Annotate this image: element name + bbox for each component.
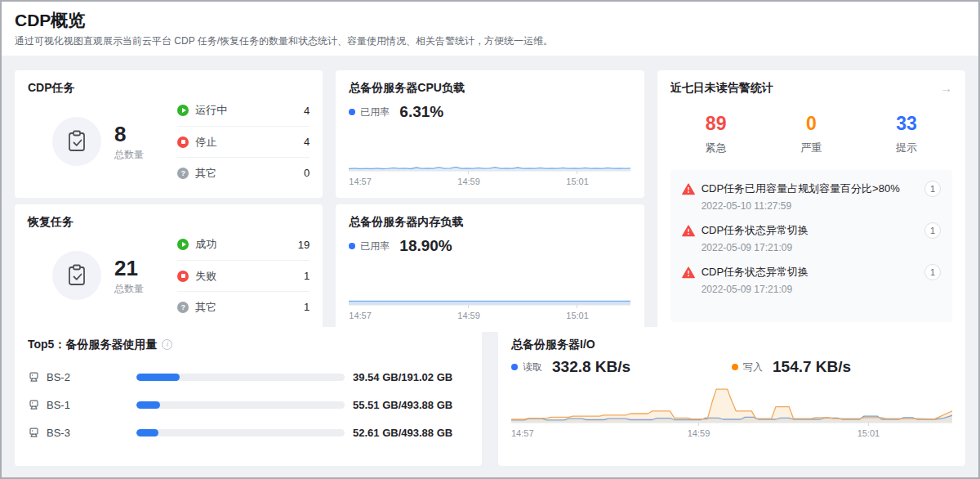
usage-rate-value: 6.31%: [399, 103, 443, 121]
card-cpu-load: 总备份服务器CPU负载 已用率 6.31% 14:57 14:59 15:01: [336, 70, 644, 198]
x-axis-label: 14:57: [349, 177, 372, 186]
usage-bar-track: [136, 429, 345, 436]
card-title: 近七日未读告警统计: [670, 80, 773, 95]
alert-title: CDP任务状态异常切换: [702, 223, 808, 238]
usage-bar-track: [136, 401, 345, 409]
total-count: 8: [114, 122, 144, 146]
failed-icon: [177, 271, 189, 282]
page-subtitle: 通过可视化视图直观展示当前云平台 CDP 任务/恢复任务的数量和状态统计、容量使…: [15, 34, 965, 48]
critical-count: 89: [692, 113, 741, 134]
status-label: 失败: [195, 269, 216, 284]
io-x-axis: 14:57 14:59 15:01: [511, 428, 952, 440]
io-write-legend: 写入 154.7 KB/s: [732, 358, 952, 376]
card-title: 总备份服务器I/O: [511, 337, 952, 351]
success-icon: [177, 239, 189, 250]
notice-label: 提示: [882, 141, 931, 155]
status-row-stopped: 停止 4: [177, 126, 310, 157]
card-title: 总备份服务器CPU负载: [349, 80, 630, 95]
status-row-other: 其它 1: [177, 291, 310, 322]
usage-value: 52.61 GB/493.88 GB: [353, 427, 469, 439]
severe-count: 0: [786, 113, 835, 134]
memory-x-axis: 14:57 14:59 15:01: [349, 311, 630, 322]
stopped-icon: [177, 137, 189, 148]
clipboard-icon: [52, 117, 101, 166]
alert-item[interactable]: CDP任务已用容量占规划容量百分比>80% 1 2022-05-10 11:27…: [682, 181, 941, 212]
status-value: 1: [304, 270, 310, 282]
status-row-running: 运行中 4: [177, 95, 310, 126]
alarm-stat-severe: 0 严重: [786, 113, 835, 155]
x-axis-label: 15:01: [858, 428, 880, 438]
alert-timestamp: 2022-05-10 11:27:59: [702, 200, 941, 212]
card-title: 总备份服务器内存负载: [349, 214, 630, 229]
total-label: 总数量: [114, 282, 144, 296]
total-label: 总数量: [114, 148, 144, 162]
usage-rate-label: 已用率: [360, 239, 390, 253]
card-title: Top5：备份服务器使用量: [28, 337, 157, 351]
card-cdp-tasks: CDP任务 8: [15, 70, 323, 198]
critical-label: 紧急: [692, 141, 741, 155]
io-legend: 读取 332.8 KB/s 写入 154.7 KB/s: [511, 358, 952, 376]
cdp-overview-page: CDP概览 通过可视化视图直观展示当前云平台 CDP 任务/恢复任务的数量和状态…: [0, 0, 980, 479]
server-name: BS-2: [47, 371, 136, 383]
x-axis-label: 15:01: [566, 311, 589, 320]
status-label: 运行中: [195, 103, 227, 118]
status-row-failed: 失败 1: [177, 260, 310, 291]
legend-dot: [511, 364, 518, 370]
total-count: 21: [114, 256, 144, 280]
server-icon: [28, 371, 40, 383]
x-axis-label: 14:59: [457, 177, 480, 186]
notice-count: 33: [882, 113, 931, 134]
card-recovery-tasks: 恢复任务 21: [15, 204, 323, 332]
card-title: CDP任务: [28, 80, 310, 95]
info-icon[interactable]: [162, 339, 172, 350]
usage-bar-fill: [136, 401, 160, 409]
server-usage-row: BS-3 52.61 GB/493.88 GB: [28, 419, 469, 446]
question-icon: [177, 302, 189, 313]
arrow-right-icon[interactable]: [940, 82, 952, 94]
status-value: 0: [304, 167, 310, 179]
x-axis-label: 14:59: [457, 311, 480, 320]
status-value: 19: [298, 239, 310, 251]
memory-chart: [349, 270, 630, 309]
alarm-stat-notice: 33 提示: [882, 113, 931, 155]
status-label: 停止: [195, 135, 216, 150]
status-label: 成功: [195, 237, 216, 252]
x-axis-label: 15:01: [566, 177, 589, 186]
alert-item[interactable]: CDP任务状态异常切换 1 2022-05-09 17:21:09: [682, 222, 941, 253]
write-label: 写入: [743, 360, 763, 374]
card-title: 恢复任务: [28, 214, 310, 229]
warning-triangle-icon: [682, 266, 695, 279]
server-usage-row: BS-2 39.54 GB/191.02 GB: [28, 363, 469, 391]
cpu-x-axis: 14:57 14:59 15:01: [349, 177, 630, 188]
page-header: CDP概览 通过可视化视图直观展示当前云平台 CDP 任务/恢复任务的数量和状态…: [2, 2, 978, 56]
server-name: BS-1: [47, 399, 136, 411]
status-row-success: 成功 19: [177, 229, 310, 260]
alert-count-badge: 1: [924, 222, 941, 239]
usage-bar-fill: [136, 429, 158, 436]
legend-dot: [732, 364, 738, 370]
usage-bar-track: [136, 374, 345, 381]
card-io: 总备份服务器I/O 读取 332.8 KB/s 写入 154.7 KB/s: [498, 327, 965, 466]
page-title: CDP概览: [15, 10, 965, 31]
card-top5-usage: Top5：备份服务器使用量 BS-2 39.54 GB/191.02 GB BS…: [15, 327, 482, 466]
cpu-chart: [349, 136, 630, 175]
status-label: 其它: [195, 166, 216, 181]
severe-label: 严重: [786, 141, 835, 155]
top-grid: CDP任务 8: [15, 70, 965, 317]
bottom-grid: Top5：备份服务器使用量 BS-2 39.54 GB/191.02 GB BS…: [15, 327, 965, 466]
server-icon: [28, 399, 40, 411]
usage-bar-fill: [136, 374, 180, 381]
card-memory-load: 总备份服务器内存负载 已用率 18.90% 14:57 14:59 15:01: [336, 204, 644, 332]
usage-rate-label: 已用率: [360, 105, 390, 119]
x-axis-label: 14:57: [511, 428, 534, 438]
memory-legend: 已用率 18.90%: [349, 237, 630, 255]
read-label: 读取: [523, 360, 542, 374]
alarm-stats-row: 89 紧急 0 严重 33 提示: [670, 113, 952, 155]
alert-item[interactable]: CDP任务状态异常切换 1 2022-05-09 17:21:09: [682, 264, 941, 295]
status-value: 4: [304, 105, 310, 117]
usage-value: 55.51 GB/493.88 GB: [353, 399, 469, 411]
warning-triangle-icon: [682, 225, 695, 237]
alert-list: CDP任务已用容量占规划容量百分比>80% 1 2022-05-10 11:27…: [670, 170, 952, 322]
question-icon: [177, 168, 189, 179]
alert-title: CDP任务已用容量占规划容量百分比>80%: [702, 181, 900, 196]
